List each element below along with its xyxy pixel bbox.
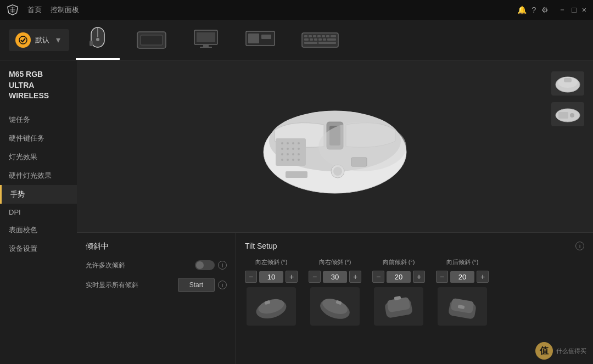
main-content: M65 RGB ULTRAWIRELESS 键任务 硬件键任务 灯光效果 硬件灯…	[0, 60, 593, 364]
allow-multiple-row: 允许多次倾斜 i	[86, 260, 227, 270]
sidebar-item-hardware-lighting[interactable]: 硬件灯光效果	[0, 166, 77, 185]
preview-area	[77, 60, 593, 232]
svg-point-44	[287, 153, 289, 155]
svg-point-61	[570, 113, 574, 117]
sidebar-item-key-assignment[interactable]: 键任务	[0, 110, 77, 129]
sidebar-item-dpi[interactable]: DPI	[0, 204, 77, 221]
device-title: M65 RGB ULTRAWIRELESS	[0, 69, 77, 110]
svg-rect-55	[286, 171, 307, 178]
settings-icon[interactable]: ⚙	[541, 5, 549, 14]
tilt-forward-value: 20	[387, 271, 411, 283]
svg-rect-54	[351, 158, 367, 166]
device-tab-keyboard[interactable]	[292, 20, 348, 60]
nav-control-panel[interactable]: 控制面板	[51, 5, 79, 15]
sidebar-item-hardware-key[interactable]: 硬件键任务	[0, 129, 77, 148]
tilt-panel-title: 倾斜中	[86, 242, 227, 251]
svg-point-39	[281, 148, 283, 150]
corsair-logo-icon	[7, 4, 19, 16]
device-tab-device2[interactable]	[235, 20, 286, 60]
svg-rect-10	[200, 47, 212, 48]
notification-icon[interactable]: 🔔	[517, 5, 527, 14]
sidebar-item-device-settings[interactable]: 设备设置	[0, 239, 77, 258]
realtime-display-row: 实时显示所有倾斜 Start i	[86, 278, 227, 292]
mouse-thumb-side[interactable]	[551, 102, 584, 126]
sidebar-item-lighting[interactable]: 灯光效果	[0, 148, 77, 166]
maximize-button[interactable]: □	[572, 5, 576, 14]
tilt-forward-preview	[374, 287, 423, 326]
realtime-info-icon[interactable]: i	[218, 281, 227, 289]
mouse-thumbnails	[551, 71, 584, 126]
svg-rect-15	[304, 35, 307, 37]
tilt-forward-plus-btn[interactable]: +	[413, 271, 425, 283]
svg-rect-58	[564, 78, 572, 82]
svg-point-40	[287, 148, 289, 150]
svg-point-41	[292, 148, 294, 150]
svg-rect-34	[276, 138, 306, 166]
allow-multiple-info-icon[interactable]: i	[218, 261, 227, 270]
device2-tab-icon	[244, 29, 277, 51]
svg-rect-21	[331, 35, 336, 37]
tilt-left-plus-btn[interactable]: +	[286, 271, 298, 283]
content-area: 倾斜中 允许多次倾斜 i 实时显示所有倾斜 Start i	[77, 60, 593, 364]
svg-rect-9	[203, 44, 209, 47]
tilt-right-minus-btn[interactable]: −	[309, 271, 321, 283]
tilt-col-backward: 向后倾斜 (°) − 20 +	[436, 258, 489, 326]
tilt-col-left-label: 向左倾斜 (°)	[255, 258, 288, 266]
allow-multiple-toggle[interactable]	[195, 260, 215, 270]
help-icon[interactable]: ?	[532, 5, 536, 14]
nav-home[interactable]: 首页	[27, 5, 42, 15]
svg-point-36	[287, 142, 289, 144]
tilt-col-forward-label: 向前倾斜 (°)	[383, 258, 415, 266]
tilt-col-left-control: − 10 +	[245, 271, 298, 283]
mouse-thumb-top[interactable]	[551, 71, 584, 96]
start-button[interactable]: Start	[178, 278, 215, 292]
tilt-right-value: 30	[323, 271, 347, 283]
tilt-backward-preview	[438, 287, 487, 326]
tilt-setup-title: Tilt Setup	[245, 242, 277, 250]
device-tab-monitor[interactable]	[183, 20, 228, 60]
sidebar-item-gesture[interactable]: 手势	[0, 185, 77, 204]
tilt-left-minus-btn[interactable]: −	[245, 271, 257, 283]
device-tab-mouse[interactable]	[76, 20, 120, 60]
svg-rect-24	[314, 38, 317, 41]
sidebar-item-surface-calibration[interactable]: 表面校色	[0, 221, 77, 239]
tilt-left-value: 10	[259, 271, 283, 283]
svg-point-42	[298, 148, 300, 150]
svg-rect-4	[89, 41, 93, 46]
sidebar: M65 RGB ULTRAWIRELESS 键任务 硬件键任务 灯光效果 硬件灯…	[0, 60, 77, 364]
tilt-col-left: 向左倾斜 (°) − 10 +	[245, 258, 298, 326]
svg-point-0	[19, 36, 27, 44]
tilt-setup-info-icon[interactable]: i	[575, 242, 584, 250]
device-tab-pad[interactable]	[126, 20, 177, 60]
svg-point-45	[292, 153, 294, 155]
tilt-backward-plus-btn[interactable]: +	[477, 271, 489, 283]
tilt-setup-grid: 向左倾斜 (°) − 10 +	[245, 258, 584, 326]
svg-point-48	[287, 159, 289, 161]
tilt-left-preview	[247, 287, 296, 326]
watermark-text: 什么值得买	[556, 347, 586, 355]
watermark: 值 什么值得买	[535, 342, 586, 360]
bottom-panel: 倾斜中 允许多次倾斜 i 实时显示所有倾斜 Start i	[77, 232, 593, 364]
svg-rect-20	[326, 35, 329, 37]
allow-multiple-label: 允许多次倾斜	[86, 261, 125, 270]
tilt-col-right: 向右倾斜 (°) − 30 +	[309, 258, 361, 326]
tilt-right-preview	[310, 287, 360, 326]
tilt-right-plus-btn[interactable]: +	[349, 271, 361, 283]
svg-rect-19	[322, 35, 325, 37]
profile-selector[interactable]: 默认 ▾	[9, 29, 69, 51]
tilt-col-forward-control: − 20 +	[372, 271, 425, 283]
svg-rect-22	[304, 38, 309, 41]
watermark-icon: 值	[535, 342, 553, 360]
svg-rect-60	[558, 112, 568, 119]
tilt-forward-minus-btn[interactable]: −	[372, 271, 384, 283]
svg-rect-23	[310, 38, 313, 41]
pad-tab-icon	[135, 30, 168, 51]
close-button[interactable]: ×	[582, 5, 586, 14]
titlebar-right: 🔔 ? ⚙ － □ ×	[517, 5, 586, 15]
svg-point-38	[298, 142, 300, 144]
minimize-button[interactable]: －	[558, 5, 566, 15]
realtime-display-label: 实时显示所有倾斜	[86, 281, 138, 290]
tilt-backward-minus-btn[interactable]: −	[436, 271, 448, 283]
svg-rect-13	[261, 35, 271, 39]
tilt-col-right-label: 向右倾斜 (°)	[319, 258, 351, 266]
